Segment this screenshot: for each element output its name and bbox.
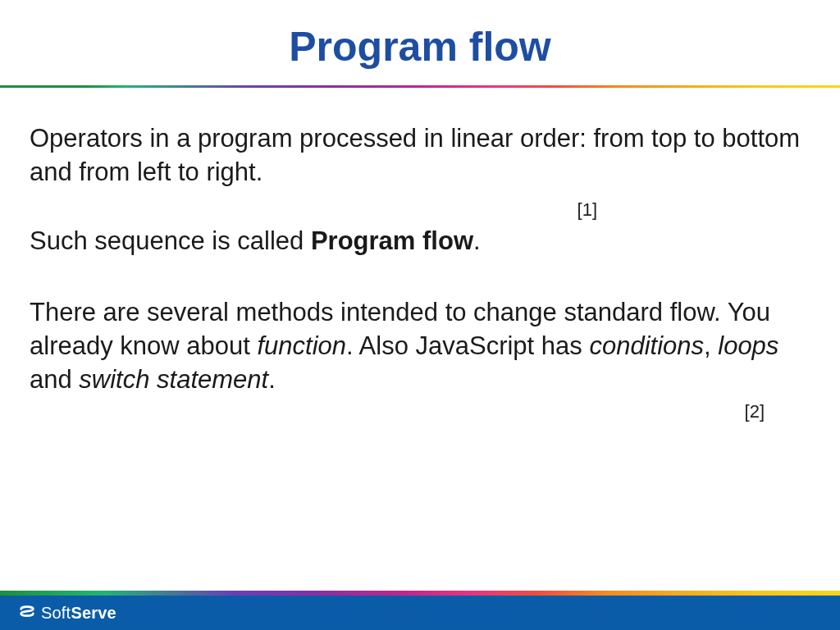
paragraph-2: Such sequence is called Program flow. [30,225,810,258]
spacer [30,267,810,296]
para3-i1: function [257,331,346,360]
paragraph-3: There are several methods intended to ch… [30,296,810,397]
slide: Program flow Operators in a program proc… [0,0,840,630]
reference-2: [2] [30,399,810,423]
para2-bold: Program flow [311,226,473,255]
para3-i4: switch statement [79,365,268,394]
para3-e: . [268,365,276,394]
para3-i2: conditions [589,331,704,360]
footer-bar: SoftServe [0,596,840,630]
para3-i3: loops [718,331,778,360]
brand-soft: Soft [41,604,71,622]
para3-d: and [30,365,79,394]
para3-b: . Also JavaScript has [346,331,589,360]
para3-c: , [704,331,718,360]
slide-body: Operators in a program processed in line… [0,88,840,424]
slide-footer: SoftServe [0,591,840,630]
slide-title: Program flow [0,0,840,85]
para2-post: . [473,226,481,255]
brand-logo: SoftServe [18,604,116,623]
brand-serve: Serve [71,604,116,622]
para2-pre: Such sequence is called [30,226,311,255]
reference-1: [1] [30,198,810,221]
brand-logo-icon [18,604,36,622]
paragraph-1: Operators in a program processed in line… [30,122,810,189]
brand-logo-text: SoftServe [41,604,116,623]
